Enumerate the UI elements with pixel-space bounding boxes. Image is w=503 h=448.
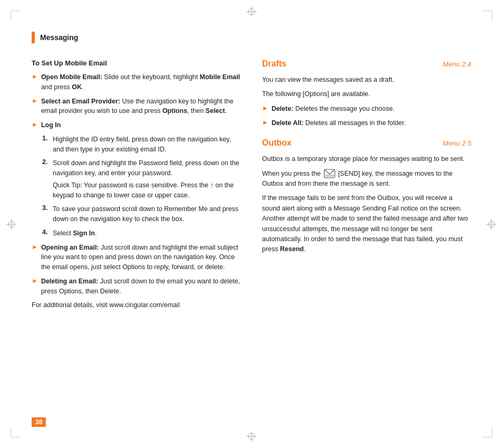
- drafts-delete-text: Delete: Deletes the message you choose.: [272, 104, 394, 114]
- drafts-bullet-delete: ► Delete: Deletes the message you choose…: [262, 104, 471, 114]
- bullet-opening-email: ► Opening an Email: Just scroll down and…: [32, 243, 241, 272]
- section-header: Messaging: [32, 32, 471, 43]
- additional-details: For additional details, visit www.cingul…: [32, 300, 241, 310]
- bullet-deleting-email-text: Deleting an Email: Just scroll down to t…: [41, 277, 241, 297]
- step-3-text: To save your password scroll down to Rem…: [53, 204, 241, 224]
- step-1-text: Highlight the ID entry field, press down…: [53, 135, 241, 155]
- outbox-para3: If the message fails to be sent from the…: [262, 193, 471, 254]
- outbox-para2: When you press the SEND [SEND] key, the …: [262, 169, 471, 189]
- arrow-icon-2: ►: [32, 97, 38, 104]
- bullet-select-provider-text: Select an Email Provider: Use the naviga…: [41, 97, 241, 117]
- drafts-para2: The following [Options] are available.: [262, 89, 471, 99]
- step-2-num: 2.: [42, 158, 50, 166]
- arrow-icon-3: ►: [32, 121, 38, 128]
- corner-mark-tr: [482, 11, 492, 21]
- crosshair-top: [246, 6, 257, 17]
- step-2-content: Scroll down and highlight the Password f…: [53, 158, 241, 200]
- outbox-heading: Outbox: [262, 138, 292, 148]
- arrow-icon-4: ►: [32, 243, 38, 251]
- send-icon: SEND: [324, 169, 335, 179]
- svg-text:SEND: SEND: [325, 174, 334, 177]
- crosshair-left: [6, 219, 17, 230]
- bullet-select-provider: ► Select an Email Provider: Use the navi…: [32, 97, 241, 117]
- drafts-section: Drafts Menu 2.4 You can view the message…: [262, 59, 471, 128]
- drafts-menu-ref: Menu 2.4: [443, 60, 471, 68]
- crosshair-bottom: [246, 431, 257, 442]
- step-2-text: Scroll down and highlight the Password f…: [53, 159, 239, 177]
- bullet-open-email-text: Open Mobile Email: Slide out the keyboar…: [41, 72, 241, 92]
- step-4: 4. Select Sign In.: [42, 228, 241, 239]
- arrow-icon-5: ►: [32, 277, 38, 284]
- corner-mark-br: [482, 427, 492, 437]
- step-4-num: 4.: [42, 228, 50, 236]
- bullet-log-in: ► Log In: [32, 120, 241, 130]
- page-number-badge: 38: [32, 417, 46, 427]
- section-title: Messaging: [40, 33, 78, 42]
- drafts-bullet-delete-all: ► Delete All: Deletes all messages in th…: [262, 118, 471, 128]
- step-1-num: 1.: [42, 135, 50, 142]
- step-1: 1. Highlight the ID entry field, press d…: [42, 135, 241, 155]
- orange-bar: [32, 32, 35, 43]
- left-column: To Set Up Mobile Email ► Open Mobile Ema…: [32, 59, 241, 315]
- setup-title: To Set Up Mobile Email: [32, 59, 241, 67]
- page: Messaging To Set Up Mobile Email ► Open …: [0, 0, 503, 448]
- drafts-delete-all-text: Delete All: Deletes all messages in the …: [272, 118, 406, 128]
- drafts-para1: You can view the messages saved as a dra…: [262, 75, 471, 85]
- crosshair-right: [486, 219, 497, 230]
- corner-mark-tl: [11, 11, 21, 21]
- quick-tip: Quick Tip: Your password is case sensiti…: [53, 180, 241, 201]
- numbered-steps: 1. Highlight the ID entry field, press d…: [42, 135, 241, 239]
- outbox-section: Outbox Menu 2.5 Outbox is a temporary st…: [262, 138, 471, 254]
- outbox-menu-ref: Menu 2.5: [443, 139, 471, 147]
- arrow-icon-drafts-1: ►: [262, 104, 268, 112]
- step-2: 2. Scroll down and highlight the Passwor…: [42, 158, 241, 200]
- outbox-heading-row: Outbox Menu 2.5: [262, 138, 471, 150]
- bullet-open-mobile-email: ► Open Mobile Email: Slide out the keybo…: [32, 72, 241, 92]
- drafts-heading-row: Drafts Menu 2.4: [262, 59, 471, 71]
- drafts-heading: Drafts: [262, 59, 286, 69]
- corner-mark-bl: [11, 427, 21, 437]
- arrow-icon-1: ►: [32, 73, 38, 80]
- bullet-log-in-text: Log In: [41, 120, 61, 130]
- content-columns: To Set Up Mobile Email ► Open Mobile Ema…: [32, 59, 471, 315]
- bullet-opening-email-text: Opening an Email: Just scroll down and h…: [41, 243, 241, 272]
- step-4-text: Select Sign In.: [53, 228, 96, 239]
- step-3: 3. To save your password scroll down to …: [42, 204, 241, 224]
- outbox-para1: Outbox is a temporary storage place for …: [262, 154, 471, 164]
- step-3-num: 3.: [42, 204, 50, 212]
- arrow-icon-drafts-2: ►: [262, 119, 268, 126]
- bullet-deleting-email: ► Deleting an Email: Just scroll down to…: [32, 277, 241, 297]
- right-column: Drafts Menu 2.4 You can view the message…: [262, 59, 471, 315]
